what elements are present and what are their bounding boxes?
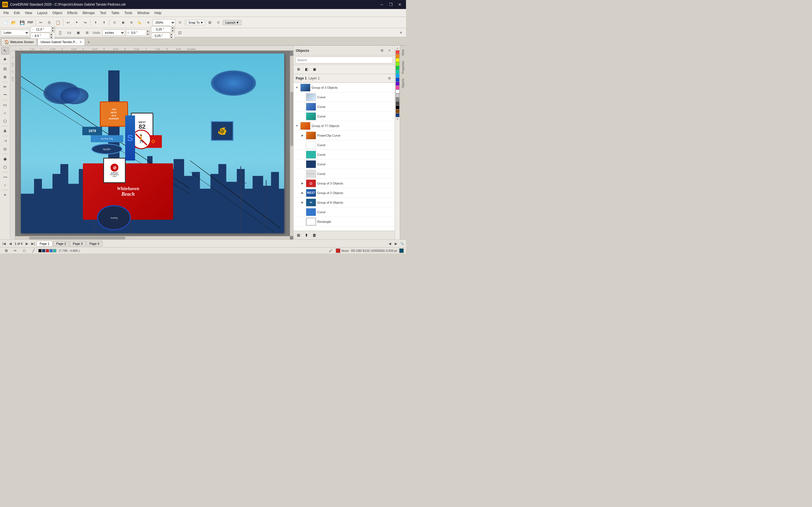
select-tool-button[interactable]: ↖ — [1, 47, 9, 55]
expand-icon-grp3b[interactable]: ▶ — [300, 181, 305, 186]
new-layer-button[interactable]: ⊞ — [295, 232, 302, 238]
color-swatch-black[interactable] — [396, 105, 400, 109]
vertical-scroll-thumb[interactable] — [290, 92, 293, 146]
color-swatch-green[interactable] — [396, 66, 400, 70]
fill-indicator-button[interactable]: 🖊 — [327, 247, 335, 254]
nudge-x-down-button[interactable]: ▼ — [170, 29, 174, 33]
nudge-x-up-button[interactable]: ▲ — [170, 26, 174, 29]
publish-pdf-button[interactable]: PDF — [27, 18, 35, 26]
tree-item-curve8[interactable]: ▶ Curve — [294, 207, 395, 217]
flatten-button[interactable]: ▣ — [311, 66, 318, 73]
vertical-scrollbar[interactable] — [290, 56, 293, 236]
paste-button[interactable]: 📋 — [54, 18, 62, 26]
no-fill-button[interactable]: X — [396, 46, 400, 50]
bleed-button[interactable]: ⊞ — [83, 29, 91, 37]
status-freehand-button[interactable]: ✏ — [11, 247, 19, 254]
width-up-button[interactable]: ▲ — [51, 26, 55, 29]
page-prev-button[interactable]: ◀ — [7, 241, 13, 246]
layers-button[interactable]: ⊞ — [295, 66, 302, 73]
page-tab-1[interactable]: Page 1 — [37, 241, 53, 246]
tree-item-curve1[interactable]: ▶ Curve — [294, 93, 395, 102]
close-button[interactable]: ✕ — [396, 2, 404, 7]
view-zoom-button[interactable]: ⊕ — [144, 18, 152, 26]
maximize-button[interactable]: ❐ — [387, 2, 395, 7]
snap-settings-button[interactable]: ⚙ — [206, 18, 214, 26]
zoom-dropdown[interactable]: 250% 100% 75% 50% — [153, 19, 175, 26]
color-swatch-red[interactable] — [396, 50, 400, 54]
page-next-button[interactable]: ▶ — [24, 241, 30, 246]
tree-item-curve7[interactable]: ▶ Curve — [294, 169, 395, 179]
tree-item-curve3[interactable]: ▶ Curve — [294, 112, 395, 121]
color-swatch-yellow[interactable] — [396, 58, 400, 62]
expand-icon-grp77[interactable]: ▼ — [295, 124, 299, 128]
polygon-tool-button[interactable]: ⬡ — [1, 117, 9, 125]
freehand-tool-button[interactable]: ✏ — [1, 83, 9, 91]
panel-expand-button[interactable]: ⊞ — [379, 47, 385, 54]
tree-item-rect1[interactable]: ▶ Rectangle — [294, 217, 395, 226]
nudge-y-down-button[interactable]: ▼ — [169, 36, 173, 39]
save-button[interactable]: 💾 — [18, 18, 26, 26]
color-swatch-dkblue[interactable] — [396, 113, 400, 117]
status-line-button[interactable]: ╱ — [29, 247, 37, 254]
canvas[interactable]: Whitehaven Beach THEBESTOLDBURGER WEST 8… — [15, 51, 290, 236]
menu-help[interactable]: Help — [152, 10, 164, 16]
view-grid-button[interactable]: ⊞ — [128, 18, 135, 26]
scroll-right-button[interactable]: ▶ — [393, 241, 399, 246]
scroll-left-button[interactable]: ◀ — [387, 241, 393, 246]
menu-file[interactable]: File — [1, 10, 11, 16]
roughen-tool-button[interactable]: ≈ — [1, 181, 9, 189]
units-dropdown[interactable]: inches — [102, 30, 125, 36]
height-up-button[interactable]: ▲ — [49, 33, 53, 36]
blend-tool-button[interactable]: ⟹ — [1, 173, 9, 181]
nudge-y-up-button[interactable]: ▲ — [169, 33, 173, 36]
cut-button[interactable]: ✂ — [37, 18, 45, 26]
objects-view-button[interactable]: ◧ — [303, 66, 310, 73]
panel-close-button[interactable]: × — [386, 47, 393, 54]
page-tab-2[interactable]: Page 2 — [53, 241, 69, 246]
width-down-button[interactable]: ▼ — [51, 29, 55, 33]
side-tab-objects[interactable]: Objects — [400, 76, 406, 91]
page-fit-button[interactable]: ⊡ — [176, 29, 184, 37]
landscape-button[interactable]: ▭ — [65, 29, 73, 37]
angle-up-button[interactable]: ▲ — [146, 30, 150, 33]
import-button[interactable]: ⬇ — [92, 18, 100, 26]
nudge-x-input[interactable] — [155, 27, 170, 31]
color-swatch-ltgray[interactable] — [396, 94, 400, 98]
undo-button[interactable]: ↩ — [64, 18, 72, 26]
tree-item-grp77[interactable]: ▼ Group of 77 Objects — [294, 121, 395, 131]
text-tool-button[interactable]: A — [1, 127, 9, 135]
menu-object[interactable]: Object — [50, 10, 64, 16]
undo-arrow-button[interactable]: ▼ — [73, 18, 81, 26]
export-button[interactable]: ⬆ — [100, 18, 108, 26]
open-button[interactable]: 📂 — [10, 18, 17, 26]
width-input[interactable] — [35, 27, 51, 31]
expand-icon-powerclip[interactable]: ▶ — [300, 133, 305, 138]
menu-view[interactable]: View — [22, 10, 35, 16]
rectangle-tool-button[interactable]: ▭ — [1, 101, 9, 109]
color-swatch-dkgray[interactable] — [396, 101, 400, 105]
status-swatch-teal[interactable] — [53, 249, 56, 252]
view-page-button[interactable]: ▣ — [119, 18, 127, 26]
horizontal-scroll-thumb[interactable] — [29, 237, 125, 239]
color-swatch-purple[interactable] — [396, 82, 400, 86]
tree-item-curve2[interactable]: ▶ Curve — [294, 102, 395, 112]
side-tab-properties[interactable]: Properties — [400, 58, 406, 76]
add-tool-button[interactable]: + — [1, 191, 9, 199]
page-last-button[interactable]: ▶| — [31, 241, 36, 246]
height-input[interactable] — [34, 34, 49, 38]
color-swatch-white[interactable] — [396, 90, 400, 94]
node-tool-button[interactable]: ◈ — [1, 55, 9, 63]
minimize-button[interactable]: ─ — [378, 2, 386, 7]
expand-icon-grp2[interactable]: ▶ — [300, 191, 305, 195]
color-swatch-cyan[interactable] — [396, 74, 400, 78]
zoom-status-button[interactable]: 🔍 — [399, 241, 405, 246]
launch-button[interactable]: Launch ▼ — [223, 20, 242, 25]
layer-settings-button[interactable]: ⚙ — [386, 75, 393, 81]
redo-button[interactable]: ↪ — [81, 18, 89, 26]
tree-item-curve6[interactable]: ▶ Curve — [294, 159, 395, 169]
tab-add-button[interactable]: + — [86, 39, 92, 45]
menu-bitmaps[interactable]: Bitmaps — [80, 10, 97, 16]
status-shape-button[interactable]: ⬡ — [20, 247, 28, 254]
page-tab-3[interactable]: Page 3 — [70, 241, 86, 246]
fill-tool-button[interactable]: ◉ — [1, 155, 9, 163]
